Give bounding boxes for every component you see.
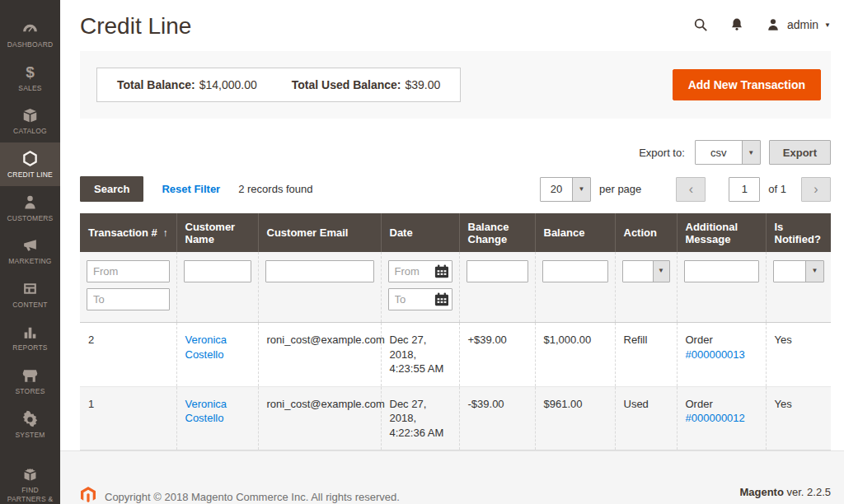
sidebar-item-label: CONTENT: [12, 301, 47, 310]
balance-summary-box: Total Balance:$14,000.00 Total Used Bala…: [96, 68, 461, 102]
magento-logo-icon: [80, 486, 96, 504]
sidebar-item-credit-line[interactable]: CREDIT LINE: [0, 142, 60, 186]
sidebar-item-stores[interactable]: STORES: [0, 359, 60, 403]
cell-action: Refill: [615, 323, 677, 387]
sidebar-item-content[interactable]: CONTENT: [0, 273, 60, 316]
chevron-down-icon: ▼: [572, 178, 590, 201]
cell-transaction: 1: [80, 386, 176, 450]
notifications-bell-icon[interactable]: [729, 16, 745, 33]
filter-customer-name-input[interactable]: [184, 260, 251, 282]
admin-menu[interactable]: admin ▼: [765, 16, 831, 33]
sidebar-item-marketing[interactable]: MARKETING: [0, 229, 60, 273]
sidebar-item-catalog[interactable]: CATALOG: [0, 99, 60, 142]
export-format-value: csv: [696, 141, 742, 164]
cell-date: Dec 27, 2018, 4:23:55 AM: [381, 323, 459, 387]
calendar-icon[interactable]: [434, 292, 449, 306]
column-header-action[interactable]: Action: [615, 213, 677, 252]
filter-transaction-to-input[interactable]: [87, 288, 170, 310]
cell-transaction: 2: [80, 323, 176, 387]
stores-icon: [21, 366, 40, 385]
extensions-icon: [21, 465, 40, 483]
current-page-input[interactable]: [729, 177, 760, 202]
total-balance-value: $14,000.00: [199, 78, 257, 91]
column-header-is-notified[interactable]: Is Notified?: [766, 213, 831, 252]
table-row[interactable]: 2 Veronica Costello roni_cost@example.co…: [80, 323, 831, 387]
sidebar-item-label: FIND PARTNERS & EXTENSIONS: [2, 486, 59, 504]
per-page-select[interactable]: 20 ▼: [540, 177, 591, 202]
chevron-down-icon: ▼: [824, 21, 831, 29]
add-new-transaction-button[interactable]: Add New Transaction: [673, 69, 821, 100]
table-row[interactable]: 1 Veronica Costello roni_cost@example.co…: [80, 386, 831, 450]
total-balance-label: Total Balance:: [117, 78, 195, 91]
reports-icon: [21, 323, 40, 341]
column-header-balance-change[interactable]: Balance Change: [459, 213, 535, 252]
previous-page-button[interactable]: ‹: [676, 177, 706, 202]
filter-customer-email-input[interactable]: [265, 260, 374, 282]
filter-balance-change-input[interactable]: [467, 260, 528, 282]
total-used-balance: Total Used Balance:$39.00: [292, 78, 441, 91]
cell-balance: $961.00: [535, 386, 615, 450]
page-footer: Copyright © 2018 Magento Commerce Inc. A…: [60, 450, 844, 504]
export-button[interactable]: Export: [769, 140, 831, 165]
sidebar-item-label: MARKETING: [8, 257, 51, 266]
filter-additional-message-input[interactable]: [684, 260, 759, 282]
column-header-balance[interactable]: Balance: [535, 213, 615, 252]
sidebar-item-customers[interactable]: CUSTOMERS: [0, 186, 60, 230]
sales-icon: $: [21, 63, 40, 82]
cell-date: Dec 27, 2018, 4:22:36 AM: [381, 386, 459, 450]
admin-avatar-icon: [765, 16, 781, 33]
search-icon[interactable]: [692, 16, 709, 33]
customer-name-link[interactable]: Veronica Costello: [185, 334, 227, 361]
sidebar-item-label: CATALOG: [13, 127, 47, 136]
customer-name-link[interactable]: Veronica Costello: [185, 398, 227, 425]
page-header: Credit Line admin ▼: [60, 0, 844, 51]
marketing-icon: [21, 236, 40, 254]
system-icon: [21, 410, 40, 428]
sidebar-item-label: CUSTOMERS: [7, 214, 54, 223]
sidebar-item-label: STORES: [16, 387, 45, 396]
filter-action-value: [623, 261, 653, 282]
cell-is-notified: Yes: [766, 323, 831, 387]
per-page-value: 20: [541, 178, 572, 201]
admin-sidebar: DASHBOARD $ SALES CATALOG CREDIT LINE CU…: [0, 0, 60, 504]
admin-username: admin: [787, 18, 818, 31]
filter-action-select[interactable]: ▼: [622, 260, 670, 282]
sidebar-item-sales[interactable]: $ SALES: [0, 56, 60, 100]
per-page-label: per page: [599, 183, 641, 195]
calendar-icon[interactable]: [434, 264, 449, 278]
credit-line-icon: [21, 150, 40, 168]
search-button[interactable]: Search: [80, 176, 143, 202]
column-header-date[interactable]: Date: [381, 213, 459, 252]
summary-panel: Total Balance:$14,000.00 Total Used Bala…: [80, 51, 831, 119]
export-to-label: Export to:: [639, 147, 685, 159]
cell-customer-email: roni_cost@example.com: [258, 323, 381, 387]
sidebar-item-system[interactable]: SYSTEM: [0, 403, 60, 446]
total-balance: Total Balance:$14,000.00: [117, 78, 257, 91]
column-header-additional-message[interactable]: Additional Message: [677, 213, 766, 252]
export-format-select[interactable]: csv ▼: [695, 140, 761, 165]
order-number-link[interactable]: #000000012: [686, 412, 745, 424]
column-header-transaction[interactable]: ↑Transaction #: [80, 213, 176, 252]
reset-filter-link[interactable]: Reset Filter: [162, 183, 220, 195]
cell-customer-email: roni_cost@example.com: [258, 386, 381, 450]
filter-balance-input[interactable]: [542, 260, 608, 282]
sidebar-item-reports[interactable]: REPORTS: [0, 315, 60, 359]
cell-action: Used: [615, 386, 677, 450]
filter-is-notified-select[interactable]: ▼: [773, 260, 825, 282]
catalog-icon: [21, 106, 40, 124]
page-count-label: of 1: [768, 183, 786, 195]
sidebar-item-dashboard[interactable]: DASHBOARD: [0, 12, 60, 56]
filter-is-notified-value: [774, 261, 806, 282]
pagination-controls: 20 ▼ per page ‹ of 1 ›: [540, 177, 831, 202]
next-page-button[interactable]: ›: [801, 177, 831, 202]
column-header-customer-name[interactable]: Customer Name: [176, 213, 258, 252]
total-used-balance-label: Total Used Balance:: [292, 78, 401, 91]
sidebar-item-label: DASHBOARD: [7, 40, 54, 49]
dashboard-icon: [21, 20, 40, 38]
filter-transaction-from-input[interactable]: [87, 260, 170, 282]
cell-additional-message: Order #000000013: [677, 323, 766, 387]
order-number-link[interactable]: #000000013: [686, 348, 745, 361]
content-icon: [21, 280, 40, 298]
sidebar-item-find-partners[interactable]: FIND PARTNERS & EXTENSIONS: [0, 458, 60, 504]
column-header-customer-email[interactable]: Customer Email: [258, 213, 381, 252]
